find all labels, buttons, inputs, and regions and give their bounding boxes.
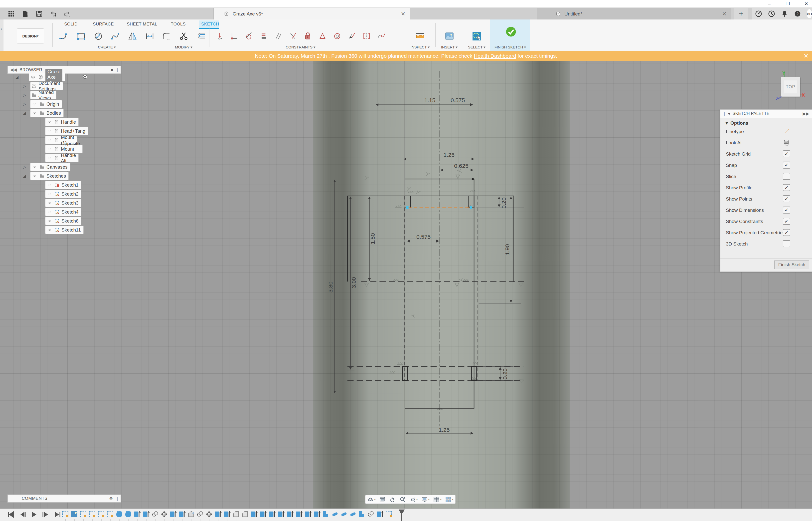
timeline-feature-loft[interactable] xyxy=(188,511,194,518)
display-settings-button[interactable]: ▾ xyxy=(421,496,430,503)
checkbox-checked[interactable]: ✓ xyxy=(783,229,790,236)
selected-endpoint[interactable] xyxy=(470,206,472,209)
spline-tool[interactable] xyxy=(110,30,120,42)
constraints-label[interactable]: CONSTRAINTS xyxy=(215,45,386,49)
options-section-header[interactable]: ▼ Options xyxy=(720,118,812,126)
health-dashboard-link[interactable]: Health Dashboard xyxy=(474,53,516,59)
save-icon[interactable] xyxy=(35,10,43,18)
expand-panel-icon[interactable]: ▶▶ xyxy=(803,111,809,116)
eye-on-icon[interactable] xyxy=(31,111,38,115)
symmetry-tool[interactable] xyxy=(362,30,372,42)
timeline-feature-extrude[interactable] xyxy=(313,511,320,518)
timeline-feature-move[interactable] xyxy=(206,511,212,518)
inspect-label[interactable]: INSPECT xyxy=(406,45,434,49)
expanded-arrow-icon[interactable]: ◢ xyxy=(22,111,27,115)
eye-off-icon[interactable] xyxy=(31,102,38,106)
eye-on-icon[interactable] xyxy=(46,219,52,223)
checkbox-checked[interactable]: ✓ xyxy=(783,162,790,168)
look-at-icon[interactable] xyxy=(783,139,790,145)
tree-item-label[interactable]: Sketch6 xyxy=(62,218,79,224)
minimize-button[interactable]: – xyxy=(766,1,773,6)
timeline-feature-extrude[interactable] xyxy=(377,511,383,518)
dimension-value[interactable]: 3.00 xyxy=(351,277,357,288)
dimension-value[interactable]: 3.80 xyxy=(327,281,334,293)
redo-icon[interactable] xyxy=(64,10,71,18)
tab-close-icon[interactable]: ✕ xyxy=(722,11,726,17)
expanded-arrow-icon[interactable]: ◢ xyxy=(15,75,20,80)
pan-button[interactable] xyxy=(389,496,396,503)
finish-sketch-button[interactable]: FINISH SKETCH xyxy=(490,20,530,51)
document-tab-active[interactable]: Graze Axe v6* ✕ xyxy=(213,8,410,20)
dimension-lines[interactable] xyxy=(335,105,511,433)
checkbox-checked[interactable]: ✓ xyxy=(783,184,790,191)
tree-item-label[interactable]: Sketch11 xyxy=(62,227,81,233)
browser-panel-header[interactable]: ◀◀ BROWSER ● ❙ xyxy=(7,66,121,74)
mirror-tool[interactable] xyxy=(127,30,138,42)
create-label[interactable]: CREATE xyxy=(59,45,155,49)
eye-off-icon[interactable] xyxy=(46,129,52,133)
curvature-tool[interactable] xyxy=(377,30,386,42)
timeline-feature-fillet[interactable] xyxy=(332,511,338,518)
step-back-button[interactable] xyxy=(19,511,26,518)
timeline-feature-move[interactable] xyxy=(161,511,167,518)
timeline-feature-sketch[interactable] xyxy=(80,511,87,518)
eye-off-icon[interactable] xyxy=(46,138,52,142)
tree-item-label[interactable]: Named Views xyxy=(39,90,54,101)
eye-off-icon[interactable] xyxy=(46,210,52,214)
timeline-feature-extrude[interactable] xyxy=(143,511,149,518)
step-forward-button[interactable] xyxy=(42,511,49,518)
eye-off-icon[interactable] xyxy=(46,156,52,160)
timeline-position-marker[interactable] xyxy=(398,509,405,521)
help-icon[interactable]: ? xyxy=(794,10,801,18)
eye-off-icon[interactable] xyxy=(46,192,52,196)
play-button[interactable] xyxy=(30,511,38,518)
circle-tool[interactable] xyxy=(93,30,103,42)
tree-item-label[interactable]: Handle Alt xyxy=(61,153,76,164)
checkbox-checked[interactable]: ✓ xyxy=(783,195,790,202)
sketch-point[interactable] xyxy=(472,178,474,180)
fillet-tool[interactable] xyxy=(161,30,171,42)
sketch-dimension-tool[interactable] xyxy=(145,30,155,42)
line-tool[interactable] xyxy=(59,30,69,42)
timeline-feature-sketch[interactable] xyxy=(62,511,69,518)
timeline-feature-fillet[interactable] xyxy=(340,511,347,518)
tab-tools[interactable]: TOOLS xyxy=(163,21,193,28)
timeline-feature-extrude[interactable] xyxy=(250,511,257,518)
checkbox-checked[interactable]: ✓ xyxy=(783,218,790,225)
timeline-feature-extrude[interactable] xyxy=(269,511,275,518)
modify-label[interactable]: MODIFY xyxy=(161,45,206,49)
tree-item-label[interactable]: Canvases xyxy=(46,164,68,170)
dimension-value[interactable]: 0.20 xyxy=(502,368,508,380)
timeline-feature-sketch[interactable] xyxy=(89,511,96,518)
eye-on-icon[interactable] xyxy=(30,75,36,79)
notifications-icon[interactable] xyxy=(781,10,788,18)
timeline-feature-fillet[interactable] xyxy=(350,511,356,518)
panel-options-icon[interactable]: ● xyxy=(111,67,113,72)
grid-settings-button[interactable]: ▾ xyxy=(433,496,441,503)
timeline-feature-canvas[interactable] xyxy=(71,511,78,518)
panel-options-icon[interactable]: ● xyxy=(728,111,731,116)
coincident-tool[interactable] xyxy=(230,30,239,42)
avatar[interactable]: PH xyxy=(807,9,812,18)
eye-on-icon[interactable] xyxy=(46,201,52,205)
offset-tool[interactable] xyxy=(196,30,206,42)
dimension-value[interactable]: 1.90 xyxy=(504,244,510,255)
sketch-palette-header[interactable]: ❙ ● SKETCH PALETTE ▶▶ xyxy=(720,110,812,118)
dimension-value[interactable]: 0.625 xyxy=(454,163,468,169)
document-tab-inactive[interactable]: Untitled* ✕ xyxy=(537,8,731,20)
activate-radio-icon[interactable] xyxy=(82,74,88,80)
add-comment-icon[interactable]: ⊕ xyxy=(109,496,113,501)
timeline-feature-chamfer[interactable] xyxy=(242,511,248,518)
profile-lines[interactable] xyxy=(348,179,514,408)
timeline-feature-extrude[interactable] xyxy=(305,511,311,518)
timeline-feature-combine[interactable] xyxy=(323,511,329,518)
app-grid-icon[interactable] xyxy=(7,10,15,18)
finish-sketch-palette-button[interactable]: Finish Sketch xyxy=(774,260,809,269)
tree-item-label[interactable]: Sketch3 xyxy=(62,200,79,206)
equal-tool[interactable] xyxy=(259,30,269,42)
eye-on-icon[interactable] xyxy=(46,120,52,124)
design-menu-button[interactable]: DESIGN xyxy=(17,28,44,43)
orbit-button[interactable]: ▾ xyxy=(367,496,376,503)
close-button[interactable]: ✕ xyxy=(803,1,810,6)
construction-lines[interactable] xyxy=(348,196,525,381)
